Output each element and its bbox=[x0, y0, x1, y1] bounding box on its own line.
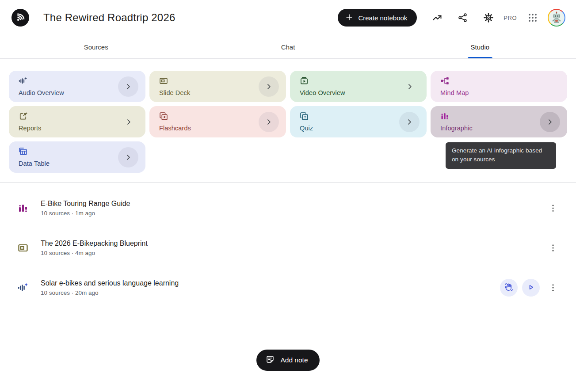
tab-label: Sources bbox=[84, 43, 108, 51]
studio-list-divider bbox=[0, 182, 576, 183]
trending-up-icon[interactable] bbox=[432, 12, 442, 23]
robot-avatar-image bbox=[549, 10, 565, 26]
add-note-container: Add note bbox=[0, 350, 576, 371]
artifact-title: Solar e-bikes and serious language learn… bbox=[41, 279, 179, 287]
list-item-infographic[interactable]: E-Bike Touring Range Guide 10 sources · … bbox=[0, 188, 576, 228]
tool-card-reports[interactable]: Reports bbox=[9, 106, 145, 137]
more-options-button[interactable] bbox=[548, 282, 558, 293]
add-note-button[interactable]: Add note bbox=[256, 350, 319, 371]
interactive-mode-icon bbox=[504, 282, 514, 293]
settings-gear-icon[interactable] bbox=[483, 12, 494, 23]
chevron-right-icon[interactable] bbox=[123, 117, 134, 127]
tool-card-quiz[interactable]: ? Quiz bbox=[290, 106, 427, 137]
tool-card-data-table[interactable]: Data Table bbox=[9, 141, 145, 173]
artifact-meta: 10 sources · 4m ago bbox=[41, 250, 148, 256]
tool-card-label: Mind Map bbox=[440, 89, 558, 96]
create-notebook-label: Create notebook bbox=[358, 14, 407, 22]
plus-icon bbox=[345, 13, 354, 23]
tab-studio[interactable]: Studio bbox=[384, 35, 576, 58]
play-icon bbox=[526, 282, 536, 293]
chevron-right-icon[interactable] bbox=[118, 76, 138, 97]
tool-card-label: Video Overview bbox=[300, 89, 418, 96]
chevron-right-icon[interactable] bbox=[404, 81, 415, 92]
infographic-bars-icon bbox=[18, 203, 28, 213]
apps-grid-icon[interactable] bbox=[527, 12, 538, 23]
pro-badge: PRO bbox=[504, 15, 517, 21]
tool-card-slide-deck[interactable]: Slide Deck bbox=[149, 71, 286, 102]
artifact-meta: 10 sources · 20m ago bbox=[41, 289, 179, 296]
notebooklm-logo[interactable] bbox=[11, 9, 29, 27]
waveform-sparkle-icon bbox=[18, 282, 28, 293]
interactive-mode-button[interactable] bbox=[500, 279, 518, 297]
tool-card-infographic[interactable]: Infographic bbox=[431, 106, 567, 137]
artifact-title: E-Bike Touring Range Guide bbox=[41, 200, 130, 208]
svg-text:?: ? bbox=[304, 115, 306, 119]
add-note-label: Add note bbox=[280, 356, 308, 364]
list-item-audio-overview[interactable]: Solar e-bikes and serious language learn… bbox=[0, 268, 576, 308]
note-icon bbox=[265, 354, 275, 366]
create-notebook-button[interactable]: Create notebook bbox=[338, 9, 417, 27]
panel-tabs: Sources Chat Studio bbox=[0, 35, 576, 59]
tab-sources[interactable]: Sources bbox=[0, 35, 192, 58]
artifact-meta: 10 sources · 1m ago bbox=[41, 210, 130, 217]
more-options-button[interactable] bbox=[548, 243, 558, 253]
tab-chat[interactable]: Chat bbox=[192, 35, 384, 58]
chevron-right-icon[interactable] bbox=[540, 112, 560, 132]
active-tab-underline bbox=[468, 57, 492, 58]
mind-map-icon bbox=[440, 76, 558, 85]
chevron-right-icon[interactable] bbox=[259, 112, 279, 132]
tab-label: Studio bbox=[471, 43, 490, 51]
avatar[interactable] bbox=[548, 9, 565, 27]
tool-card-label: Reports bbox=[19, 125, 137, 132]
video-overview-icon bbox=[300, 76, 418, 85]
chevron-right-icon[interactable] bbox=[399, 112, 420, 132]
tab-label: Chat bbox=[281, 43, 295, 51]
artifact-list: E-Bike Touring Range Guide 10 sources · … bbox=[0, 188, 576, 308]
chevron-right-icon[interactable] bbox=[259, 76, 279, 97]
tool-card-video-overview[interactable]: Video Overview bbox=[290, 71, 427, 102]
slide-deck-icon bbox=[18, 243, 28, 253]
report-sparkle-icon bbox=[19, 112, 137, 121]
app-header: The Rewired Roadtrip 2026 Create noteboo… bbox=[0, 0, 576, 35]
tool-card-mind-map[interactable]: Mind Map bbox=[431, 71, 567, 102]
list-item-slide-deck[interactable]: The 2026 E-Bikepacking Blueprint 10 sour… bbox=[0, 228, 576, 268]
infographic-tooltip: Generate an AI infographic based on your… bbox=[446, 142, 556, 169]
more-options-button[interactable] bbox=[548, 203, 558, 213]
tool-card-audio-overview[interactable]: Audio Overview bbox=[9, 71, 145, 102]
share-icon[interactable] bbox=[458, 12, 468, 23]
tool-card-flashcards[interactable]: Flashcards bbox=[149, 106, 286, 137]
play-audio-button[interactable] bbox=[522, 279, 540, 297]
chevron-right-icon[interactable] bbox=[118, 147, 138, 167]
artifact-title: The 2026 E-Bikepacking Blueprint bbox=[41, 240, 148, 247]
notebook-title[interactable]: The Rewired Roadtrip 2026 bbox=[43, 11, 175, 24]
